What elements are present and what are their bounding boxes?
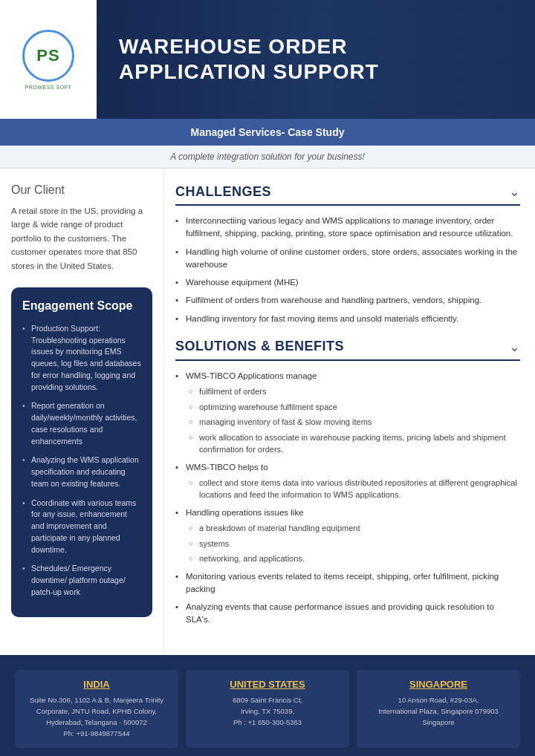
solutions-chevron-icon: ⌄ bbox=[509, 339, 520, 355]
challenges-list: Interconnectiing various legacy and WMS … bbox=[175, 215, 520, 325]
list-item: managing inventory of fast & slow moving… bbox=[186, 416, 520, 428]
list-item: WMS-TIBCO helps to collect and store ite… bbox=[175, 461, 520, 501]
logo-letters: PS bbox=[36, 46, 59, 65]
list-item: Fulfilment of orders from warehouse and … bbox=[175, 294, 520, 307]
our-client-text: A retail store in the US, providing a la… bbox=[11, 204, 152, 273]
list-item: systems bbox=[186, 538, 520, 550]
footer: INDIA Suite No.306, 1102 A & B, Manjeera… bbox=[0, 655, 535, 757]
list-item: Analyzing events that cause performance … bbox=[175, 601, 520, 627]
sub-list: collect and store items data into variou… bbox=[186, 477, 520, 501]
office-india: INDIA Suite No.306, 1102 A & B, Manjeera… bbox=[15, 670, 178, 749]
office-singapore: SINGAPORE 10 Anson Road, #29-03A, Intern… bbox=[357, 670, 520, 749]
challenges-title: CHALLENGES bbox=[175, 184, 271, 200]
list-item: optimizing warehouse fulfilment space bbox=[186, 401, 520, 414]
logo-subtitle: PROWESS SOFT bbox=[25, 85, 71, 90]
list-item: fulfilment of orders bbox=[186, 385, 520, 398]
list-item: Report generation on daily/weekly/monthl… bbox=[22, 400, 141, 447]
list-item: networking, and applications. bbox=[186, 553, 520, 565]
list-item: Handling inventory for fast moving items… bbox=[175, 313, 520, 325]
list-item: work allocation to associate in warehous… bbox=[186, 431, 520, 456]
singapore-label: SINGAPORE bbox=[364, 679, 513, 690]
us-label: UNITED STATES bbox=[193, 679, 342, 690]
header: PS PROWESS SOFT WAREHOUSE ORDER APPLICAT… bbox=[0, 0, 535, 119]
solutions-list: WMS-TIBCO Applications manage fulfilment… bbox=[175, 370, 520, 627]
engagement-scope-list: Production Support: Troubleshooting oper… bbox=[22, 323, 141, 599]
list-item: Analyzing the WMS application specificat… bbox=[22, 454, 141, 489]
challenges-chevron-icon: ⌄ bbox=[509, 183, 520, 200]
list-item: Handling high volume of online customer … bbox=[175, 246, 520, 272]
solutions-section-header: SOLUTIONS & BENEFITS ⌄ bbox=[175, 339, 520, 361]
office-us: UNITED STATES 6809 Saint Francis Ct, Irv… bbox=[186, 670, 349, 749]
main-content: Our Client A retail store in the US, pro… bbox=[0, 169, 535, 655]
list-item: Monitoring various events related to ite… bbox=[175, 570, 520, 596]
solutions-title: SOLUTIONS & BENEFITS bbox=[175, 339, 344, 354]
logo-circle: PS bbox=[22, 30, 74, 82]
logo-area: PS PROWESS SOFT bbox=[0, 0, 97, 119]
india-address: Suite No.306, 1102 A & B, Manjeera Trini… bbox=[22, 694, 171, 740]
list-item: collect and store items data into variou… bbox=[186, 477, 520, 501]
singapore-address: 10 Anson Road, #29-03A, International Pl… bbox=[364, 694, 513, 729]
engagement-scope-box: Engagement Scope Production Support: Tro… bbox=[11, 287, 152, 617]
right-content: CHALLENGES ⌄ Interconnectiing various le… bbox=[163, 169, 535, 655]
challenges-section-header: CHALLENGES ⌄ bbox=[175, 183, 520, 206]
tagline-bar: A complete integration solution for your… bbox=[0, 146, 535, 169]
header-title-area: WAREHOUSE ORDER APPLICATION SUPPORT bbox=[97, 0, 535, 119]
our-client-heading: Our Client bbox=[11, 183, 152, 197]
us-address: 6809 Saint Francis Ct, Irving, TX 75039,… bbox=[193, 694, 342, 729]
subtitle-bar: Managed Services- Case Study bbox=[0, 119, 535, 146]
list-item: Production Support: Troubleshooting oper… bbox=[22, 323, 141, 394]
footer-offices: INDIA Suite No.306, 1102 A & B, Manjeera… bbox=[15, 670, 520, 749]
list-item: WMS-TIBCO Applications manage fulfilment… bbox=[175, 370, 520, 456]
sub-list: fulfilment of orders optimizing warehous… bbox=[186, 385, 520, 456]
list-item: Interconnectiing various legacy and WMS … bbox=[175, 215, 520, 241]
left-sidebar: Our Client A retail store in the US, pro… bbox=[0, 169, 163, 655]
list-item: Schedules/ Emergency downtime/ platform … bbox=[22, 563, 141, 598]
list-item: Handling operations issues like a breakd… bbox=[175, 506, 520, 565]
list-item: a breakdown of material handling equipme… bbox=[186, 522, 520, 535]
header-title: WAREHOUSE ORDER APPLICATION SUPPORT bbox=[119, 34, 379, 84]
india-label: INDIA bbox=[22, 679, 171, 690]
list-item: Coordinate with various teams for any is… bbox=[22, 498, 141, 556]
sub-list: a breakdown of material handling equipme… bbox=[186, 522, 520, 565]
list-item: Warehouse equipment (MHE) bbox=[175, 276, 520, 289]
engagement-scope-heading: Engagement Scope bbox=[22, 299, 141, 314]
